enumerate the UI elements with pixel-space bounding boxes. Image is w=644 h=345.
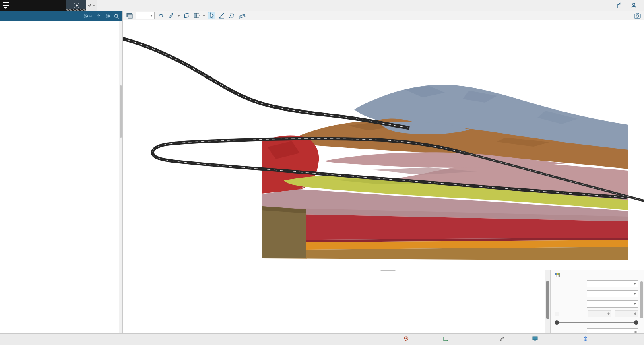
- query-filter-select[interactable]: [587, 290, 638, 297]
- code-status[interactable]: [499, 336, 506, 341]
- scene-3d-view[interactable]: [123, 20, 644, 270]
- project-tree-scrollbar[interactable]: [119, 21, 122, 333]
- arrow-up-icon: [97, 14, 101, 19]
- top-bar: [0, 0, 644, 11]
- filter-from-input[interactable]: [588, 310, 611, 317]
- pencil-icon: [499, 336, 504, 341]
- progress-stripes: [66, 9, 86, 11]
- project-tree-list: [0, 21, 119, 333]
- chevron-down-icon: [89, 14, 92, 18]
- scene-toolbar: [123, 11, 644, 20]
- history-counter[interactable]: [83, 14, 92, 19]
- select-tool-icon[interactable]: [208, 12, 215, 19]
- axes-icon[interactable]: [443, 336, 448, 341]
- z-scale-status[interactable]: [584, 336, 590, 341]
- filter-to-input[interactable]: [615, 310, 638, 317]
- shape-list-hscrollbar[interactable]: [380, 270, 396, 271]
- monitor-icon: [532, 336, 538, 341]
- clock-icon: [83, 14, 88, 19]
- slicer-tool-icon[interactable]: [167, 12, 175, 19]
- build-badge[interactable]: [66, 0, 86, 11]
- slice-mode-row: [555, 280, 638, 287]
- properties-scrollbar[interactable]: [640, 281, 643, 318]
- ruler-tool-icon[interactable]: [238, 12, 246, 19]
- geological-model: [123, 20, 644, 270]
- slicer-dropdown-icon[interactable]: [178, 15, 180, 17]
- orbit-tool-icon[interactable]: [157, 12, 165, 19]
- filter-range-slider[interactable]: [555, 320, 638, 325]
- up-down-arrow-icon: [584, 336, 588, 341]
- upload-counter[interactable]: [96, 14, 101, 19]
- search-icon[interactable]: [114, 14, 119, 19]
- project-tree-panel: [0, 11, 123, 333]
- draw-line-icon[interactable]: [218, 12, 225, 19]
- check-icon: [87, 3, 92, 8]
- project-tree-tools: [83, 14, 119, 19]
- display-filter-select[interactable]: [587, 300, 638, 308]
- display-filter-row: [555, 300, 638, 308]
- slice-box-dropdown-icon[interactable]: [203, 15, 205, 17]
- shape-list: [123, 270, 545, 333]
- project-tree-header: [0, 11, 122, 21]
- leapfrog-works-app: [0, 0, 644, 345]
- slice-mode-select[interactable]: [587, 280, 638, 287]
- screen-capture-icon[interactable]: [126, 12, 133, 19]
- enable-filter-checkbox[interactable]: [555, 312, 559, 316]
- status-bar: [0, 333, 644, 345]
- paused-counter[interactable]: [105, 14, 110, 19]
- camera-icon[interactable]: [634, 12, 641, 19]
- properties-title: [555, 273, 638, 277]
- user-account[interactable]: [631, 2, 639, 8]
- shape-list-vscrollbar[interactable]: [545, 270, 550, 333]
- check-dropdown[interactable]: [86, 0, 97, 11]
- scene-viewport: [123, 11, 644, 333]
- menu-icon[interactable]: [3, 2, 9, 9]
- play-icon[interactable]: [74, 3, 79, 8]
- bottom-panels: [123, 270, 644, 333]
- polyline-tool-icon[interactable]: [228, 12, 235, 19]
- properties-panel: [550, 270, 644, 333]
- location-pin-icon: [404, 336, 409, 342]
- app-brand: [0, 0, 66, 11]
- top-right-controls: [616, 0, 644, 11]
- coordinate-system-status[interactable]: [404, 336, 411, 342]
- acceleration-status[interactable]: [532, 336, 540, 341]
- slice-box-icon[interactable]: [193, 12, 200, 19]
- pause-icon: [105, 14, 110, 19]
- branch-icon[interactable]: [616, 2, 623, 9]
- enable-filter-row: [555, 310, 638, 317]
- main-area: [0, 11, 644, 333]
- query-filter-row: [555, 290, 638, 297]
- user-icon: [631, 2, 637, 8]
- look-dropdown[interactable]: [136, 12, 155, 19]
- table-icon: [555, 273, 560, 277]
- moving-plane-icon[interactable]: [183, 12, 190, 19]
